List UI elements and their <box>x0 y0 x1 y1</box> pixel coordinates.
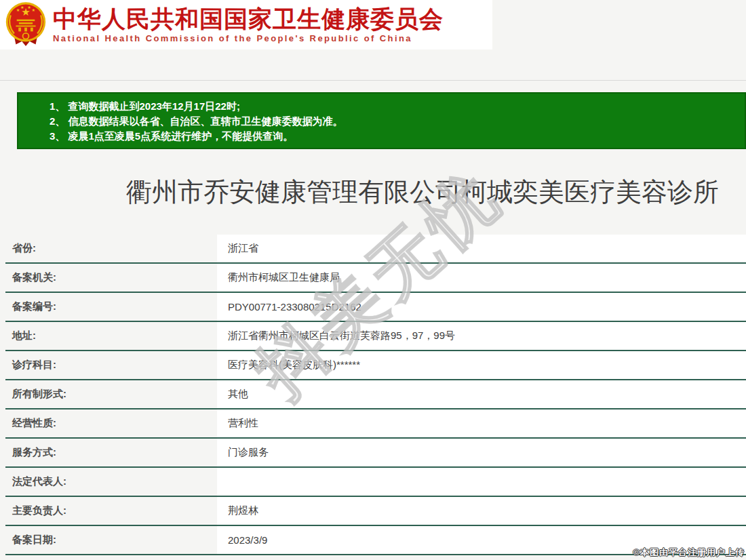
field-value: 荆煜林 <box>217 497 746 525</box>
field-label: 备案机关: <box>5 264 217 292</box>
field-label: 经营性质: <box>5 409 217 437</box>
field-label: 主要负责人: <box>5 497 217 525</box>
institution-name-title: 衢州市乔安健康管理有限公司柯城奕美医疗美容诊所 <box>126 175 719 209</box>
field-value <box>217 468 746 496</box>
table-row-ownership: 所有制形式: 其他 <box>5 380 746 409</box>
field-value: 其他 <box>217 380 746 408</box>
field-label: 服务方式: <box>5 439 217 466</box>
upload-credit-watermark: ©本图由平台注册用户上传 <box>633 546 745 559</box>
svg-text:★: ★ <box>16 7 20 12</box>
notice-banner: 1、 查询数据截止到2023年12月17日22时; 2、 信息数据结果以各省、自… <box>17 92 746 149</box>
table-row-address: 地址: 浙江省衢州市柯城区白云街道芙蓉路95，97，99号 <box>5 322 746 351</box>
svg-text:★: ★ <box>27 5 31 9</box>
table-row-filing-authority: 备案机关: 衢州市柯城区卫生健康局 <box>5 264 746 293</box>
header-title-en: National Health Commission of the People… <box>53 33 444 43</box>
svg-text:★: ★ <box>32 7 36 12</box>
field-label: 备案编号: <box>5 293 217 321</box>
field-value: PDY00771-233080215D2162 <box>217 293 746 321</box>
field-label: 法定代表人: <box>5 468 217 496</box>
svg-text:★: ★ <box>20 5 24 9</box>
header-titles: 中华人民共和国国家卫生健康委员会 National Health Commiss… <box>53 6 444 43</box>
field-label: 省份: <box>5 235 217 262</box>
field-value: 门诊服务 <box>217 439 746 466</box>
table-row-service-mode: 服务方式: 门诊服务 <box>5 439 746 468</box>
table-row-principal: 主要负责人: 荆煜林 <box>5 497 746 526</box>
notice-line-3: 3、 凌晨1点至凌晨5点系统进行维护，不能提供查询。 <box>50 129 738 144</box>
table-row-departments: 诊疗科目: 医疗美容科(美容皮肤科)****** <box>5 351 746 380</box>
table-row-filing-number: 备案编号: PDY00771-233080215D2162 <box>5 293 746 322</box>
table-row-province: 省份: 浙江省 <box>5 235 746 264</box>
field-value: 浙江省衢州市柯城区白云街道芙蓉路95，97，99号 <box>217 322 746 350</box>
record-table: 省份: 浙江省 备案机关: 衢州市柯城区卫生健康局 备案编号: PDY00771… <box>5 235 746 555</box>
field-value: 衢州市柯城区卫生健康局 <box>217 264 746 292</box>
field-value: 医疗美容科(美容皮肤科)****** <box>217 351 746 379</box>
header-title-cn: 中华人民共和国国家卫生健康委员会 <box>53 6 444 32</box>
notice-line-2: 2、 信息数据结果以各省、自治区、直辖市卫生健康委数据为准。 <box>50 114 738 129</box>
field-value: 浙江省 <box>217 235 746 262</box>
field-label: 备案日期: <box>5 526 217 554</box>
header-divider <box>0 80 746 81</box>
field-label: 所有制形式: <box>5 380 217 408</box>
table-row-business-nature: 经营性质: 营利性 <box>5 409 746 439</box>
table-row-legal-representative: 法定代表人: <box>5 468 746 497</box>
national-emblem-icon: ★ ★ ★ ★ ★ <box>4 1 47 49</box>
site-header: ★ ★ ★ ★ ★ 中华人民共和国国家卫生健康委员会 National Heal… <box>0 0 492 49</box>
field-label: 诊疗科目: <box>5 351 217 379</box>
field-label: 地址: <box>5 322 217 350</box>
query-result-page: ★ ★ ★ ★ ★ 中华人民共和国国家卫生健康委员会 National Heal… <box>0 0 746 560</box>
notice-line-1: 1、 查询数据截止到2023年12月17日22时; <box>50 99 738 114</box>
field-value: 营利性 <box>217 409 746 437</box>
